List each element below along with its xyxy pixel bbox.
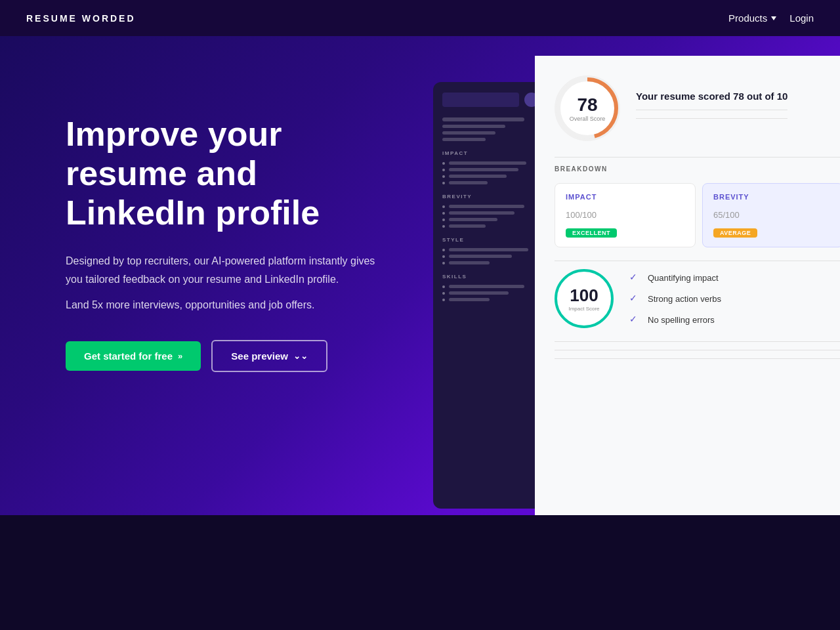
bullet-dot: [442, 169, 445, 171]
chevron-down-double-icon: ⌄⌄: [293, 351, 308, 361]
panel-input-mock: [442, 93, 519, 107]
line-item: [442, 261, 539, 264]
impact-score-number: 100: [566, 210, 580, 220]
bullet-dot: [442, 262, 445, 264]
divider: [555, 350, 840, 350]
line-item: [442, 255, 539, 258]
hero-description: Designed by top recruiters, our AI-power…: [66, 252, 381, 287]
products-menu[interactable]: Products: [728, 12, 776, 24]
checklist-text-3: No spelling errors: [648, 315, 715, 325]
navbar: RESUME WORDED Products Login: [0, 0, 840, 36]
impact-out-of: /100: [580, 210, 597, 220]
bullet-dot: [442, 255, 445, 258]
bullet-dot: [442, 205, 445, 208]
line-item: [442, 285, 539, 288]
text-line: [449, 181, 488, 184]
checklist: ✓ Quantifying impact ✓ Strong action ver…: [629, 272, 721, 326]
text-line: [449, 298, 490, 301]
line-item: [442, 218, 539, 221]
brevity-card: BREVITY 65/100 AVERAGE: [702, 183, 840, 247]
bullet-dot: [442, 212, 445, 215]
line-item: [442, 125, 539, 128]
resume-panel: IMPACT BREVITY: [433, 82, 548, 509]
bottom-section: [0, 568, 840, 630]
bullet-dot: [442, 285, 445, 288]
text-line: [449, 224, 486, 228]
line-item: [442, 298, 539, 301]
get-started-label: Get started for free: [84, 350, 173, 362]
divider: [636, 118, 788, 119]
text-line: [449, 168, 518, 171]
text-line: [442, 131, 495, 135]
divider: [555, 261, 840, 261]
line-item: [442, 117, 539, 121]
impact-score-circle: 100 Impact Score: [555, 269, 614, 328]
text-line: [449, 261, 490, 264]
check-icon: ✓: [629, 293, 641, 304]
breakdown-label: BREAKDOWN: [555, 165, 840, 173]
breakdown-cards: IMPACT 100/100 EXCELLENT BREVITY 65/100 …: [555, 183, 840, 247]
login-button[interactable]: Login: [789, 12, 814, 24]
text-line: [442, 125, 505, 128]
nav-right: Products Login: [728, 12, 814, 24]
check-icon: ✓: [629, 272, 641, 284]
line-item: [442, 248, 539, 251]
text-line: [449, 285, 524, 288]
line-item: [442, 291, 539, 295]
hero-buttons: Get started for free » See preview ⌄⌄: [66, 340, 407, 372]
impact-circle-label: Impact Score: [568, 306, 599, 312]
products-label: Products: [728, 12, 767, 24]
see-preview-label: See preview: [231, 350, 288, 362]
checklist-item-1: ✓ Quantifying impact: [629, 272, 721, 284]
line-item: [442, 175, 539, 178]
bullet-dot: [442, 299, 445, 301]
line-item: [442, 205, 539, 208]
bullet-dot: [442, 219, 445, 221]
panel-top-bar: [442, 93, 539, 107]
line-item: [442, 181, 539, 184]
impact-card: IMPACT 100/100 EXCELLENT: [555, 183, 696, 247]
brevity-badge: AVERAGE: [713, 228, 757, 238]
text-line: [442, 117, 524, 121]
bullet-dot: [442, 225, 445, 228]
text-line: [449, 205, 524, 208]
bullet-dot: [442, 249, 445, 251]
divider: [555, 157, 840, 158]
impact-card-title: IMPACT: [566, 193, 684, 201]
line-item: [442, 211, 539, 215]
divider: [555, 341, 840, 342]
impact-section-label: IMPACT: [442, 150, 539, 156]
style-section-label: STYLE: [442, 237, 539, 243]
checklist-item-3: ✓ No spelling errors: [629, 314, 721, 326]
text-line: [449, 248, 528, 251]
see-preview-button[interactable]: See preview ⌄⌄: [211, 340, 327, 372]
text-line: [449, 291, 509, 295]
divider: [636, 110, 788, 110]
line-item: [442, 224, 539, 228]
hero-subtext: Land 5x more interviews, opportunities a…: [66, 296, 381, 314]
get-started-button[interactable]: Get started for free »: [66, 341, 201, 371]
score-ring-svg: [555, 75, 620, 141]
brevity-card-title: BREVITY: [713, 193, 832, 201]
impact-score-section: 100 Impact Score ✓ Quantifying impact ✓ …: [555, 269, 840, 328]
score-title-text: Your resume scored 78 out of 10: [636, 91, 788, 127]
preview-container: IMPACT BREVITY: [433, 56, 840, 495]
text-line: [449, 255, 512, 258]
bullet-dot: [442, 162, 445, 165]
text-line: [442, 138, 486, 141]
bullet-dot: [442, 182, 445, 184]
checklist-item-2: ✓ Strong action verbs: [629, 293, 721, 304]
score-panel: 78 Overall Score Your resume scored 78 o…: [535, 56, 840, 515]
text-line: [449, 218, 497, 221]
brevity-score: 65/100: [713, 205, 832, 222]
brevity-section-label: BREVITY: [442, 194, 539, 200]
arrow-right-icon: »: [178, 351, 182, 361]
divider: [555, 358, 840, 359]
checklist-text-1: Quantifying impact: [648, 273, 719, 283]
line-item: [442, 131, 539, 135]
impact-circle-number: 100: [570, 285, 598, 306]
hero-section: Improve your resume and LinkedIn profile…: [0, 36, 840, 515]
text-line: [449, 175, 507, 178]
text-line: [449, 161, 526, 165]
brevity-out-of: /100: [723, 210, 739, 220]
